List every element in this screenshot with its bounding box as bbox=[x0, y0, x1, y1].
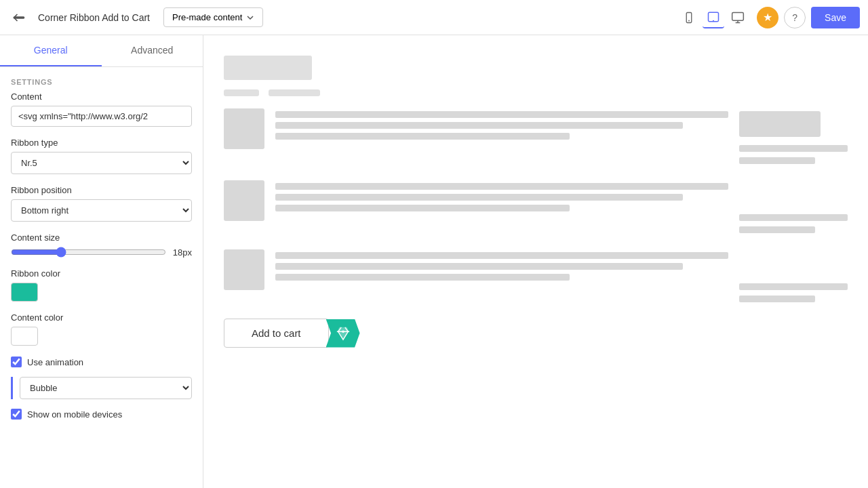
tabs: General Advanced bbox=[0, 35, 203, 67]
settings-section-label: SETTINGS bbox=[0, 67, 203, 92]
ribbon-color-field-group: Ribbon color bbox=[11, 268, 192, 302]
preview-area: Add to cart bbox=[203, 35, 868, 488]
ribbon-tag bbox=[326, 319, 360, 348]
ribbon-position-select[interactable]: Top leftTop rightBottom leftBottom right bbox=[11, 199, 192, 222]
content-size-slider[interactable] bbox=[11, 247, 166, 258]
main-layout: General Advanced SETTINGS Content Ribbon… bbox=[0, 35, 868, 488]
use-animation-label: Use animation bbox=[27, 357, 83, 367]
content-size-value: 18px bbox=[173, 247, 192, 258]
svg-rect-5 bbox=[732, 12, 744, 20]
topbar-right: ★ ? Save bbox=[757, 7, 860, 28]
ribbon-color-label: Ribbon color bbox=[11, 268, 192, 279]
tablet-view-button[interactable] bbox=[703, 7, 724, 28]
show-mobile-checkbox[interactable] bbox=[11, 409, 22, 420]
product-thumbnail bbox=[224, 249, 264, 290]
product-row-3 bbox=[224, 249, 848, 302]
topbar: Corner Ribbon Add to Cart Pre-made conte… bbox=[0, 0, 868, 35]
ribbon-color-swatch[interactable] bbox=[11, 283, 38, 302]
animation-type-select[interactable]: BubbleBounceShakePulse bbox=[20, 377, 192, 399]
svg-rect-3 bbox=[709, 12, 719, 21]
help-button[interactable]: ? bbox=[784, 7, 806, 28]
ribbon-type-field-group: Ribbon type Nr.1Nr.2Nr.3Nr.4Nr.5Nr.6 bbox=[11, 138, 192, 174]
use-animation-row: Use animation bbox=[11, 357, 192, 367]
back-button[interactable] bbox=[8, 7, 30, 28]
content-size-slider-row: 18px bbox=[11, 247, 192, 258]
tab-advanced[interactable]: Advanced bbox=[102, 35, 203, 66]
show-mobile-label: Show on mobile devices bbox=[27, 409, 122, 420]
cart-section: Add to cart bbox=[224, 319, 848, 348]
mobile-view-button[interactable] bbox=[678, 7, 700, 28]
tab-general[interactable]: General bbox=[0, 35, 102, 66]
product-thumbnail bbox=[224, 108, 264, 149]
svg-point-8 bbox=[342, 330, 344, 333]
animation-type-field-group: BubbleBounceShakePulse bbox=[11, 377, 192, 399]
content-color-swatch[interactable] bbox=[11, 327, 38, 346]
content-field-group: Content bbox=[11, 92, 192, 127]
product-thumbnail bbox=[224, 180, 264, 221]
ribbon-type-label: Ribbon type bbox=[11, 138, 192, 148]
content-color-label: Content color bbox=[11, 312, 192, 323]
settings-section: Content Ribbon type Nr.1Nr.2Nr.3Nr.4Nr.5… bbox=[0, 92, 203, 429]
content-color-field-group: Content color bbox=[11, 312, 192, 346]
premade-content-dropdown[interactable]: Pre-made content bbox=[163, 7, 263, 27]
use-animation-checkbox[interactable] bbox=[11, 357, 22, 367]
add-to-cart-button[interactable]: Add to cart bbox=[224, 319, 329, 348]
desktop-view-button[interactable] bbox=[727, 7, 749, 28]
content-label: Content bbox=[11, 92, 192, 102]
show-mobile-row: Show on mobile devices bbox=[11, 409, 192, 420]
product-row-1 bbox=[224, 108, 848, 164]
save-button[interactable]: Save bbox=[811, 7, 860, 28]
ribbon-type-select[interactable]: Nr.1Nr.2Nr.3Nr.4Nr.5Nr.6 bbox=[11, 152, 192, 174]
ribbon-position-field-group: Ribbon position Top leftTop rightBottom … bbox=[11, 185, 192, 222]
page-title: Corner Ribbon Add to Cart bbox=[38, 12, 150, 23]
device-icons bbox=[678, 7, 749, 28]
ribbon-position-label: Ribbon position bbox=[11, 185, 192, 195]
star-button[interactable]: ★ bbox=[757, 7, 778, 28]
content-size-field-group: Content size 18px bbox=[11, 232, 192, 258]
content-input[interactable] bbox=[11, 106, 192, 127]
content-size-label: Content size bbox=[11, 232, 192, 243]
sidebar: General Advanced SETTINGS Content Ribbon… bbox=[0, 35, 203, 488]
product-row-2 bbox=[224, 180, 848, 233]
